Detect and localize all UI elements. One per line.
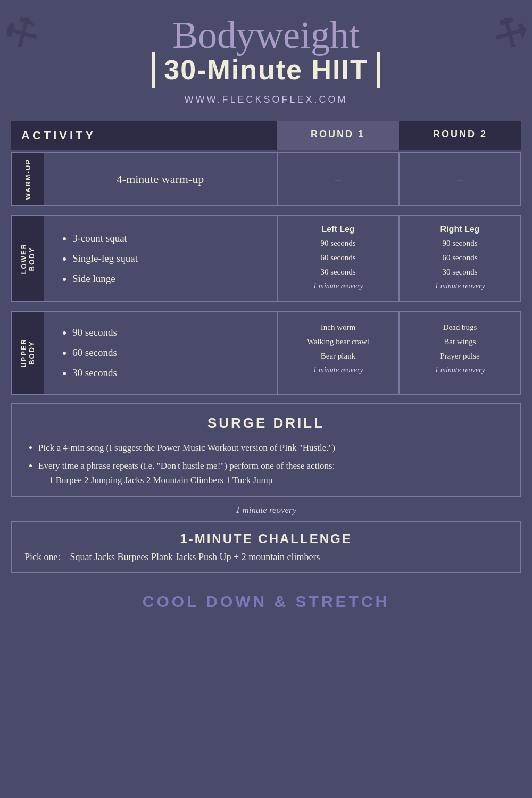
surge-drill-title: SURGE DRILL: [28, 415, 504, 431]
website-url: WWW.FLECKSOFLEX.COM: [11, 94, 521, 105]
warmup-activity-text: 4-minute warm-up: [60, 172, 261, 186]
exercise-single-leg: Single-leg squat: [72, 248, 261, 269]
surge-bullet-1: Pick a 4-min song (I suggest the Power M…: [38, 439, 504, 457]
table-header-row: ACTIVITY ROUND 1 ROUND 2: [11, 121, 521, 150]
bold-title: 30-Minute HIIT: [164, 54, 368, 86]
surge-bullet-2: Every time a phrase repeats (i.e. "Don't…: [38, 457, 504, 475]
cooldown-section: COOL DOWN & STRETCH: [0, 582, 532, 627]
lower-round2-header: Right Leg: [405, 225, 515, 234]
warmup-row: WARM-UP 4-minute warm-up – –: [11, 152, 521, 206]
warmup-round2-value: –: [405, 162, 515, 197]
challenge-choices: Squat Jacks Burpees Plank Jacks Push Up …: [70, 552, 320, 562]
surge-actions: 1 Burpee 2 Jumping Jacks 2 Mountain Clim…: [49, 475, 504, 486]
duration-30: 30 seconds: [72, 363, 261, 383]
activity-header: ACTIVITY: [11, 121, 277, 150]
lower-body-round2-cell: Right Leg 90 seconds 60 seconds 30 secon…: [400, 216, 520, 301]
lower-body-exercises: 3-count squat Single-leg squat Side lung…: [60, 228, 261, 289]
warmup-activity-cell: 4-minute warm-up: [44, 153, 278, 205]
workout-table: ACTIVITY ROUND 1 ROUND 2 WARM-UP 4-minut…: [11, 121, 521, 395]
lower-body-round1-cell: Left Leg 90 seconds 60 seconds 30 second…: [278, 216, 400, 301]
surge-recovery: 1 minute reovery: [0, 505, 532, 516]
duration-60: 60 seconds: [72, 343, 261, 363]
lower-body-activity-cell: 3-count squat Single-leg squat Side lung…: [44, 216, 278, 301]
exercise-squat: 3-count squat: [72, 228, 261, 248]
upper-body-label: UPPERBODY: [20, 338, 36, 368]
upper-body-label-cell: UPPERBODY: [12, 312, 44, 394]
header-section: ⚒ ⚒ Bodyweight 30-Minute HIIT WWW.FLECKS…: [0, 0, 532, 121]
round1-header: ROUND 1: [277, 121, 399, 150]
upper-body-row: UPPERBODY 90 seconds 60 seconds 30 secon…: [11, 311, 521, 395]
lower-round1-details: 90 seconds 60 seconds 30 seconds 1 minut…: [283, 236, 393, 293]
challenge-prefix: Pick one:: [24, 552, 61, 562]
warmup-round2-cell: –: [400, 153, 520, 205]
warmup-round1-value: –: [283, 162, 393, 197]
upper-body-round1-cell: Inch worm Walking bear crawl Bear plank …: [278, 312, 400, 394]
surge-bullet-list: Pick a 4-min song (I suggest the Power M…: [28, 439, 504, 475]
lower-body-row: LOWERBODY 3-count squat Single-leg squat…: [11, 215, 521, 302]
warmup-label: WARM-UP: [24, 159, 32, 200]
title-box: 30-Minute HIIT: [152, 52, 379, 88]
challenge-options: Pick one: Squat Jacks Burpees Plank Jack…: [24, 552, 508, 563]
duration-90: 90 seconds: [72, 322, 261, 343]
round2-header: ROUND 2: [399, 121, 521, 150]
lower-round2-details: 90 seconds 60 seconds 30 seconds 1 minut…: [405, 236, 515, 293]
lower-round1-header: Left Leg: [283, 225, 393, 234]
exercise-side-lunge: Side lunge: [72, 269, 261, 289]
warmup-label-cell: WARM-UP: [12, 153, 44, 205]
upper-body-round2-cell: Dead bugs Bat wings Prayer pulse 1 minut…: [400, 312, 520, 394]
upper-round2-exercises: Dead bugs Bat wings Prayer pulse 1 minut…: [405, 320, 515, 377]
upper-round1-exercises: Inch worm Walking bear crawl Bear plank …: [283, 320, 393, 377]
upper-body-durations: 90 seconds 60 seconds 30 seconds: [60, 322, 261, 383]
lower-body-exercise-list: 3-count squat Single-leg squat Side lung…: [60, 228, 261, 289]
upper-body-duration-list: 90 seconds 60 seconds 30 seconds: [60, 322, 261, 383]
challenge-title: 1-MINUTE CHALLENGE: [24, 531, 508, 546]
challenge-section: 1-MINUTE CHALLENGE Pick one: Squat Jacks…: [11, 521, 521, 573]
surge-drill-section: SURGE DRILL Pick a 4-min song (I suggest…: [11, 403, 521, 497]
warmup-round1-cell: –: [278, 153, 400, 205]
lower-body-label-cell: LOWERBODY: [12, 216, 44, 301]
upper-body-activity-cell: 90 seconds 60 seconds 30 seconds: [44, 312, 278, 394]
lower-body-label: LOWERBODY: [20, 243, 36, 274]
script-title: Bodyweight: [11, 16, 521, 54]
